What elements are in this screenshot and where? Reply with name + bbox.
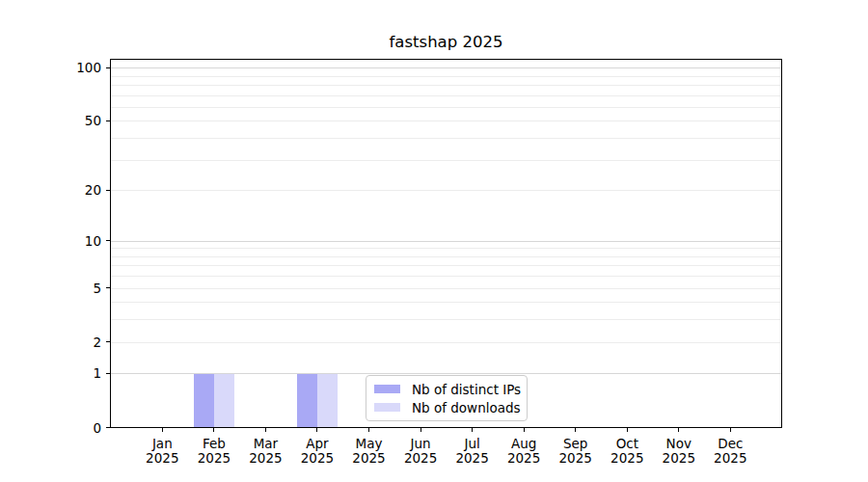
y-gridline xyxy=(111,248,781,249)
y-tick xyxy=(106,427,110,428)
y-tick xyxy=(106,373,110,374)
y-tick-label: 0 xyxy=(38,420,101,436)
y-gridline xyxy=(111,276,781,277)
x-tick xyxy=(420,428,421,432)
y-tick-label: 1 xyxy=(38,365,101,381)
y-tick-label: 50 xyxy=(38,113,101,128)
y-gridline xyxy=(111,288,781,289)
plot-area: Nb of distinct IPs Nb of downloads xyxy=(110,59,782,428)
legend-label-distinct-ips: Nb of distinct IPs xyxy=(412,382,521,397)
y-tick-label: 10 xyxy=(38,233,101,249)
bar-downloads xyxy=(317,374,338,427)
y-tick-label: 100 xyxy=(38,60,101,75)
y-tick xyxy=(106,341,110,342)
bar-distinct-ips xyxy=(297,374,317,427)
y-tick-label: 5 xyxy=(38,281,101,296)
y-gridline xyxy=(111,241,781,242)
legend-swatch-distinct-ips xyxy=(374,385,400,393)
x-tick xyxy=(524,428,525,432)
x-tick xyxy=(265,428,266,432)
y-gridline xyxy=(111,107,781,108)
legend-item-downloads: Nb of downloads xyxy=(374,400,527,415)
x-tick xyxy=(368,428,369,432)
y-gridline xyxy=(111,95,781,96)
x-tick xyxy=(316,428,317,432)
y-tick xyxy=(106,120,110,121)
y-gridline xyxy=(111,302,781,303)
legend-swatch-downloads xyxy=(374,403,400,412)
x-tick xyxy=(678,428,679,432)
x-tick xyxy=(575,428,576,432)
x-tick xyxy=(472,428,473,432)
x-tick xyxy=(213,428,214,432)
y-gridline xyxy=(111,138,781,139)
bar-distinct-ips xyxy=(194,374,214,427)
x-tick xyxy=(730,428,731,432)
y-gridline xyxy=(111,67,781,68)
y-tick-label: 2 xyxy=(38,335,101,350)
x-tick-label: Dec 2025 xyxy=(699,437,761,467)
y-gridline xyxy=(111,342,781,343)
y-gridline xyxy=(111,190,781,191)
y-tick xyxy=(106,240,110,241)
y-tick xyxy=(106,67,110,68)
x-tick xyxy=(162,428,163,432)
legend-label-downloads: Nb of downloads xyxy=(412,400,521,415)
y-gridline xyxy=(111,319,781,320)
y-gridline xyxy=(111,85,781,86)
y-gridline xyxy=(111,265,781,266)
y-gridline xyxy=(111,76,781,77)
bar-downloads xyxy=(214,374,234,427)
figure: fastshap 2025 Nb of distinct IPs Nb of d… xyxy=(0,0,868,482)
y-tick xyxy=(106,190,110,191)
y-tick-label: 20 xyxy=(38,182,101,198)
y-gridline xyxy=(111,120,781,121)
legend: Nb of distinct IPs Nb of downloads xyxy=(366,375,528,421)
y-tick xyxy=(106,287,110,288)
y-gridline xyxy=(111,256,781,257)
legend-item-distinct-ips: Nb of distinct IPs xyxy=(374,382,527,397)
y-gridline xyxy=(111,160,781,161)
x-tick xyxy=(627,428,628,432)
chart-title: fastshap 2025 xyxy=(110,33,782,51)
